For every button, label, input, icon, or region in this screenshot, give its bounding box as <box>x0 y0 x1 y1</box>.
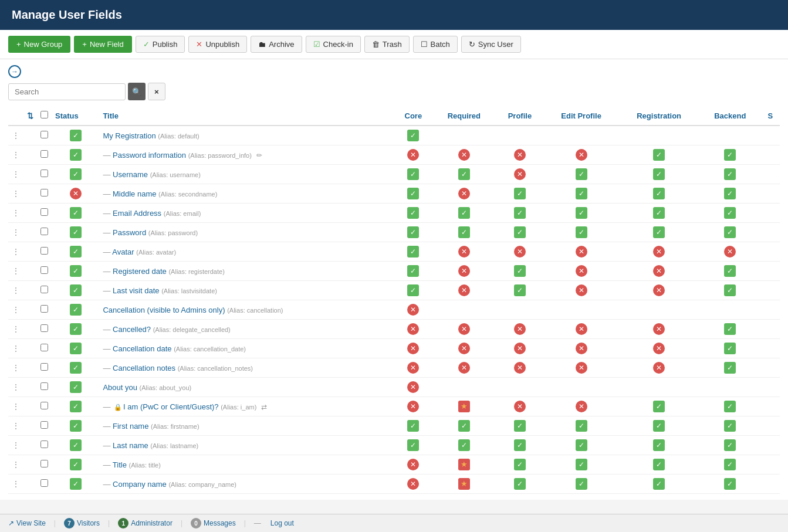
row-checkbox-cell[interactable] <box>37 281 52 300</box>
row-checkbox-cell[interactable] <box>37 339 52 358</box>
row-title-link[interactable]: Company name <box>113 480 167 489</box>
col-status[interactable]: Status <box>52 106 99 126</box>
check-disabled-icon[interactable]: ✕ <box>458 284 470 296</box>
row-required-cell[interactable]: ✕ <box>432 281 496 300</box>
row-title-link[interactable]: First name <box>113 422 148 431</box>
col-profile[interactable]: Profile <box>496 106 545 126</box>
row-status-cell[interactable]: ✓ <box>52 320 99 339</box>
col-edit-profile[interactable]: Edit Profile <box>544 106 618 126</box>
row-edit-profile-cell[interactable]: ✕ <box>544 320 618 339</box>
row-registration-cell[interactable]: ✕ <box>618 281 699 300</box>
col-registration[interactable]: Registration <box>618 106 699 126</box>
row-status-cell[interactable]: ✓ <box>52 281 99 300</box>
row-title-link[interactable]: Middle name <box>113 189 156 198</box>
row-checkbox-cell[interactable] <box>37 165 52 184</box>
check-enabled-icon[interactable]: ✓ <box>576 420 587 432</box>
row-status-cell[interactable]: ✓ <box>52 339 99 358</box>
row-checkbox-cell[interactable] <box>37 126 52 145</box>
check-enabled-icon[interactable]: ✓ <box>407 188 419 199</box>
row-core-cell[interactable]: ✕ <box>394 397 433 416</box>
check-enabled-icon[interactable]: ✓ <box>724 149 736 161</box>
row-status-cell[interactable]: ✓ <box>52 204 99 223</box>
drag-handle-icon[interactable]: ⋮ <box>12 305 20 314</box>
row-status-cell[interactable]: ✓ <box>52 378 99 397</box>
check-enabled-icon[interactable]: ✓ <box>724 459 736 470</box>
row-profile-cell[interactable]: ✓ <box>496 262 545 281</box>
row-status-cell[interactable]: ✓ <box>52 436 99 455</box>
row-edit-profile-cell[interactable]: ✓ <box>544 416 618 436</box>
drag-handle-icon[interactable]: ⋮ <box>12 170 20 179</box>
check-enabled-icon[interactable]: ✓ <box>576 226 587 238</box>
row-edit-profile-cell[interactable]: ✓ <box>544 204 618 223</box>
drag-handle-icon[interactable]: ⋮ <box>12 363 20 372</box>
row-core-cell[interactable]: ✓ <box>394 436 433 455</box>
row-required-cell[interactable] <box>432 126 496 145</box>
status-published-icon[interactable]: ✓ <box>70 149 82 161</box>
row-profile-cell[interactable]: ✓ <box>496 281 545 300</box>
check-enabled-icon[interactable]: ✓ <box>576 168 587 180</box>
check-enabled-icon[interactable]: ✓ <box>724 439 736 451</box>
row-profile-cell[interactable]: ✕ <box>496 242 545 262</box>
row-profile-cell[interactable]: ✕ <box>496 165 545 184</box>
row-title-link[interactable]: Cancelled? <box>113 325 151 334</box>
drag-handle-icon[interactable]: ⋮ <box>12 460 20 469</box>
row-profile-cell[interactable]: ✓ <box>496 436 545 455</box>
check-disabled-icon[interactable]: ✕ <box>514 401 526 412</box>
row-edit-profile-cell[interactable]: ✕ <box>544 281 618 300</box>
row-checkbox-cell[interactable] <box>37 378 52 397</box>
status-published-icon[interactable]: ✓ <box>70 401 82 412</box>
star-required-icon[interactable]: ★ <box>458 401 470 412</box>
check-disabled-icon[interactable]: ✕ <box>653 265 665 277</box>
check-enabled-icon[interactable]: ✓ <box>458 439 470 451</box>
row-checkbox[interactable] <box>40 247 48 255</box>
status-published-icon[interactable]: ✓ <box>70 459 82 470</box>
publish-button[interactable]: ✓ Publish <box>136 36 185 53</box>
row-registration-cell[interactable]: ✕ <box>618 339 699 358</box>
check-disabled-icon[interactable]: ✕ <box>576 246 587 257</box>
drag-handle-icon[interactable]: ⋮ <box>12 479 20 489</box>
row-backend-cell[interactable]: ✓ <box>699 281 760 300</box>
row-registration-cell[interactable]: ✓ <box>618 455 699 475</box>
row-registration-cell[interactable]: ✕ <box>618 242 699 262</box>
status-published-icon[interactable]: ✓ <box>70 130 82 141</box>
check-enabled-icon[interactable]: ✓ <box>653 478 665 490</box>
row-core-cell[interactable]: ✓ <box>394 281 433 300</box>
check-enabled-icon[interactable]: ✓ <box>653 188 665 199</box>
check-disabled-icon[interactable]: ✕ <box>407 478 419 490</box>
check-enabled-icon[interactable]: ✓ <box>653 459 665 470</box>
drag-handle-icon[interactable]: ⋮ <box>12 440 20 450</box>
row-profile-cell[interactable] <box>496 378 545 397</box>
check-enabled-icon[interactable]: ✓ <box>653 168 665 180</box>
row-checkbox-cell[interactable] <box>37 397 52 416</box>
row-checkbox[interactable] <box>40 208 48 216</box>
row-checkbox-cell[interactable] <box>37 475 52 494</box>
row-checkbox-cell[interactable] <box>37 223 52 242</box>
status-published-icon[interactable]: ✓ <box>70 420 82 432</box>
check-disabled-icon[interactable]: ✕ <box>653 362 665 374</box>
check-enabled-icon[interactable]: ✓ <box>576 439 587 451</box>
check-enabled-icon[interactable]: ✓ <box>724 478 736 490</box>
check-disabled-icon[interactable]: ✕ <box>514 362 526 374</box>
check-disabled-icon[interactable]: ✕ <box>576 149 587 161</box>
check-enabled-icon[interactable]: ✓ <box>653 401 665 412</box>
drag-handle-icon[interactable]: ⋮ <box>12 228 20 237</box>
row-required-cell[interactable] <box>432 300 496 320</box>
row-title-link[interactable]: My Registration <box>103 131 155 140</box>
row-core-cell[interactable]: ✕ <box>394 339 433 358</box>
row-checkbox[interactable] <box>40 440 48 448</box>
row-registration-cell[interactable] <box>618 378 699 397</box>
row-profile-cell[interactable]: ✕ <box>496 358 545 378</box>
check-disabled-icon[interactable]: ✕ <box>458 149 470 161</box>
row-backend-cell[interactable] <box>699 126 760 145</box>
drag-handle-icon[interactable]: ⋮ <box>12 402 20 411</box>
row-edit-profile-cell[interactable]: ✓ <box>544 223 618 242</box>
row-status-cell[interactable]: ✕ <box>52 184 99 204</box>
row-checkbox[interactable] <box>40 266 48 274</box>
row-edit-profile-cell[interactable]: ✕ <box>544 242 618 262</box>
row-checkbox-cell[interactable] <box>37 455 52 475</box>
row-core-cell[interactable]: ✓ <box>394 165 433 184</box>
drag-handle-icon[interactable]: ⋮ <box>12 344 20 353</box>
row-title-link[interactable]: Avatar <box>112 248 134 256</box>
row-backend-cell[interactable]: ✓ <box>699 165 760 184</box>
row-profile-cell[interactable]: ✓ <box>496 416 545 436</box>
